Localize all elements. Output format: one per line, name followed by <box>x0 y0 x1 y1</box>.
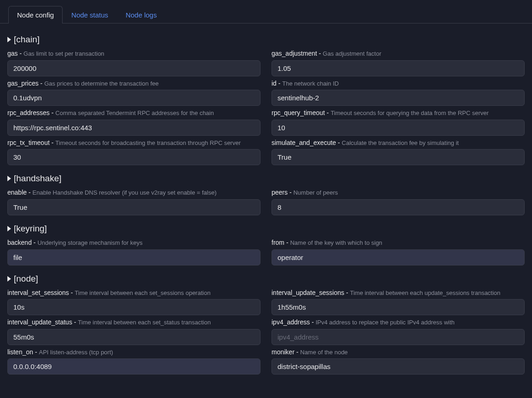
section-keyring-header[interactable]: [keyring] <box>7 224 525 234</box>
label-gas: gas - Gas limit to set per transaction <box>7 49 260 58</box>
label-interval-update-status: interval_update_status - Time interval b… <box>7 318 260 327</box>
label-interval-update-sessions: interval_update_sessions - Time interval… <box>272 288 525 298</box>
field-rpc-tx-timeout: rpc_tx_timeout - Timeout seconds for bro… <box>7 138 260 166</box>
label-listen-on: listen_on - API listen-address (tcp port… <box>7 348 260 357</box>
input-from[interactable] <box>272 249 525 265</box>
caret-right-icon <box>7 176 11 181</box>
input-interval-set-sessions[interactable] <box>7 299 260 315</box>
section-keyring-title: [keyring] <box>14 224 47 234</box>
label-from: from - Name of the key with which to sig… <box>272 238 525 248</box>
label-interval-set-sessions: interval_set_sessions - Time interval be… <box>7 288 260 298</box>
label-backend: backend - Underlying storage mechanism f… <box>7 238 260 248</box>
field-gas-adjustment: gas_adjustment - Gas adjustment factor <box>272 49 525 76</box>
field-backend: backend - Underlying storage mechanism f… <box>7 238 260 265</box>
section-node-title: [node] <box>14 274 38 284</box>
label-id: id - The network chain ID <box>272 79 525 88</box>
tab-node-status[interactable]: Node status <box>63 6 117 23</box>
input-peers[interactable] <box>272 199 525 215</box>
field-rpc-query-timeout: rpc_query_timeout - Timeout seconds for … <box>272 109 525 136</box>
tab-node-config[interactable]: Node config <box>8 6 63 23</box>
label-gas-adjustment: gas_adjustment - Gas adjustment factor <box>272 49 525 58</box>
section-node-fields: interval_set_sessions - Time interval be… <box>7 287 525 375</box>
caret-right-icon <box>7 276 11 282</box>
field-peers: peers - Number of peers <box>272 188 525 215</box>
field-gas: gas - Gas limit to set per transaction <box>7 49 260 76</box>
input-gas-adjustment[interactable] <box>272 60 525 76</box>
field-gas-prices: gas_prices - Gas prices to determine the… <box>7 79 260 106</box>
section-chain-title: [chain] <box>14 35 40 45</box>
section-node-header[interactable]: [node] <box>7 274 525 284</box>
section-handshake-header[interactable]: [handshake] <box>7 173 525 184</box>
input-moniker[interactable] <box>272 358 525 375</box>
label-rpc-tx-timeout: rpc_tx_timeout - Timeout seconds for bro… <box>7 138 260 148</box>
field-rpc-addresses: rpc_addresses - Comma separated Tendermi… <box>7 109 260 136</box>
label-ipv4-address: ipv4_address - IPv4 address to replace t… <box>272 318 525 327</box>
tabs-bar: Node config Node status Node logs <box>0 0 532 23</box>
input-backend[interactable] <box>7 249 260 265</box>
label-rpc-addresses: rpc_addresses - Comma separated Tendermi… <box>7 109 260 118</box>
input-rpc-query-timeout[interactable] <box>272 120 525 136</box>
input-id[interactable] <box>272 90 525 106</box>
label-peers: peers - Number of peers <box>272 188 525 197</box>
input-rpc-tx-timeout[interactable] <box>7 149 260 165</box>
input-rpc-addresses[interactable] <box>7 120 260 136</box>
label-enable: enable - Enable Handshake DNS resolver (… <box>7 188 260 197</box>
field-simulate-and-execute: simulate_and_execute - Calculate the tra… <box>272 138 525 166</box>
field-ipv4-address: ipv4_address - IPv4 address to replace t… <box>272 318 525 345</box>
label-gas-prices: gas_prices - Gas prices to determine the… <box>7 79 260 88</box>
field-interval-update-sessions: interval_update_sessions - Time interval… <box>272 288 525 316</box>
section-chain-fields: gas - Gas limit to set per transaction g… <box>7 47 525 165</box>
input-interval-update-sessions[interactable] <box>272 299 525 315</box>
input-ipv4-address[interactable] <box>272 329 525 345</box>
field-enable: enable - Enable Handshake DNS resolver (… <box>7 188 260 215</box>
label-simulate-and-execute: simulate_and_execute - Calculate the tra… <box>272 138 525 148</box>
field-interval-update-status: interval_update_status - Time interval b… <box>7 318 260 345</box>
tab-node-logs[interactable]: Node logs <box>117 6 166 23</box>
label-rpc-query-timeout: rpc_query_timeout - Timeout seconds for … <box>272 109 525 118</box>
label-moniker: moniker - Name of the node <box>272 348 525 357</box>
input-gas[interactable] <box>7 60 260 76</box>
caret-right-icon <box>7 226 11 231</box>
section-chain-header[interactable]: [chain] <box>7 35 525 45</box>
caret-right-icon <box>7 37 11 42</box>
section-handshake-fields: enable - Enable Handshake DNS resolver (… <box>7 186 525 215</box>
field-id: id - The network chain ID <box>272 79 525 106</box>
input-interval-update-status[interactable] <box>7 329 260 345</box>
field-moniker: moniker - Name of the node <box>272 348 525 375</box>
input-simulate-and-execute[interactable] <box>272 149 525 165</box>
input-listen-on[interactable] <box>7 358 260 375</box>
field-listen-on: listen_on - API listen-address (tcp port… <box>7 348 260 375</box>
config-content: [chain] gas - Gas limit to set per trans… <box>0 23 532 382</box>
section-keyring-fields: backend - Underlying storage mechanism f… <box>7 236 525 265</box>
field-from: from - Name of the key with which to sig… <box>272 238 525 265</box>
input-gas-prices[interactable] <box>7 90 260 106</box>
section-handshake-title: [handshake] <box>14 173 62 184</box>
field-interval-set-sessions: interval_set_sessions - Time interval be… <box>7 288 260 316</box>
input-enable[interactable] <box>7 199 260 215</box>
